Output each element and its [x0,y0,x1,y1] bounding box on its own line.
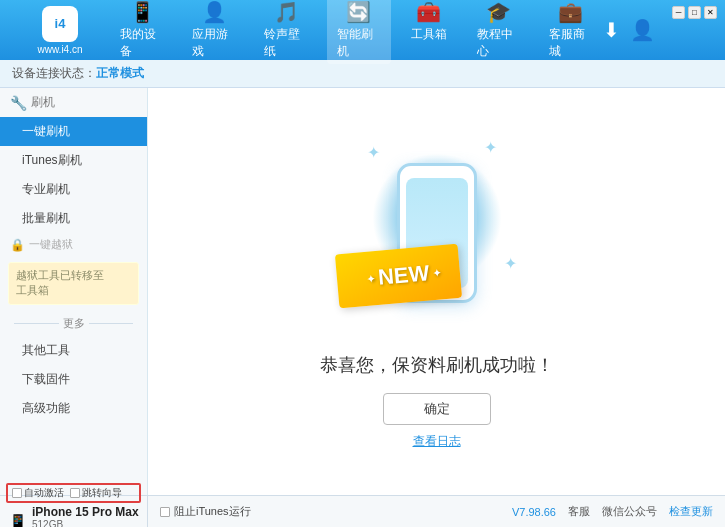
wechat-link[interactable]: 微信公众号 [602,504,657,519]
bottom-right: 阻止iTunes运行 V7.98.66 客服 微信公众号 检查更新 [148,504,725,519]
nav-my-device-label: 我的设备 [120,26,164,60]
pro-flash-label: 专业刷机 [22,182,70,196]
logo-url: www.i4.cn [37,44,82,55]
device-name: iPhone 15 Pro Max [32,505,139,519]
customer-service-link[interactable]: 客服 [568,504,590,519]
nav-service-label: 客服商城 [549,26,593,60]
sidebar-item-other-tools[interactable]: 其他工具 [0,336,147,365]
apps-icon: 👤 [202,0,227,24]
nav-smart-flash[interactable]: 🔄 智能刷机 [327,0,391,64]
nav-ringtones-label: 铃声壁纸 [264,26,308,60]
guide-label: 跳转向导 [82,486,122,500]
main-content: ✦ ✦ ✦ ✦ NEW ✦ 恭喜您，保资料刷机成功啦！ 确定 查看日志 [148,88,725,495]
itunes-checkbox-area[interactable]: 阻止iTunes运行 [160,504,251,519]
one-key-flash-label: 一键刷机 [22,124,70,138]
itunes-checkbox-label: 阻止iTunes运行 [174,504,251,519]
confirm-button[interactable]: 确定 [383,393,491,425]
sidebar-item-batch-flash[interactable]: 批量刷机 [0,204,147,233]
lock-icon: 🔒 [10,238,25,252]
sidebar-item-download-firmware[interactable]: 下载固件 [0,365,147,394]
sparkle-right: ✦ [431,267,440,279]
sidebar-disabled-jailbreak: 🔒 一键越狱 [0,233,147,256]
nav-ringtones[interactable]: 🎵 铃声壁纸 [254,0,318,64]
sidebar-divider: 更多 [0,311,147,336]
more-label: 更多 [63,316,85,331]
tutorial-icon: 🎓 [486,0,511,24]
device-capacity: 512GB [32,519,139,528]
new-ribbon: ✦ NEW ✦ [334,244,462,309]
nav-tutorial-label: 教程中心 [477,26,521,60]
header: i4 www.i4.cn 📱 我的设备 👤 应用游戏 🎵 铃声壁纸 🔄 智能刷机… [0,0,725,60]
service-icon: 💼 [558,0,583,24]
logo: i4 www.i4.cn [10,6,110,55]
toolbox-icon: 🧰 [416,0,441,24]
user-icon[interactable]: 👤 [630,18,655,42]
new-badge: ✦ NEW ✦ [365,259,440,291]
minimize-btn[interactable]: ─ [672,6,685,19]
sub-header: 设备连接状态： 正常模式 [0,60,725,88]
flash-section-icon: 🔧 [10,95,27,111]
download-icon[interactable]: ⬇ [603,18,620,42]
version-number: V7.98.66 [512,506,556,518]
other-tools-label: 其他工具 [22,343,70,357]
device-details: iPhone 15 Pro Max 512GB iPhone [32,505,139,528]
ringtones-icon: 🎵 [274,0,299,24]
close-btn[interactable]: ✕ [704,6,717,19]
device-phone-icon: 📱 [8,513,28,527]
sparkle-right: ✦ [504,254,517,273]
success-message: 恭喜您，保资料刷机成功啦！ [320,353,554,377]
sidebar: 🔧 刷机 一键刷机 iTunes刷机 专业刷机 批量刷机 🔒 一键越狱 越狱工具… [0,88,148,495]
success-text-content: 恭喜您，保资料刷机成功啦！ [320,355,554,375]
device-info: 📱 iPhone 15 Pro Max 512GB iPhone [6,505,141,528]
nav-service[interactable]: 💼 客服商城 [539,0,603,64]
device-options: 自动激活 跳转向导 [6,483,141,503]
smart-flash-icon: 🔄 [346,0,371,24]
view-log-link[interactable]: 查看日志 [413,433,461,450]
nav-my-device[interactable]: 📱 我的设备 [110,0,174,64]
sparkle-top-left: ✦ [367,143,380,162]
auto-activate-label: 自动激活 [24,486,64,500]
sidebar-item-pro-flash[interactable]: 专业刷机 [0,175,147,204]
sparkle-left: ✦ [366,273,375,285]
notice-box: 越狱工具已转移至工具箱 [8,262,139,305]
flash-section-label: 刷机 [31,94,55,111]
auto-activate-checkbox[interactable] [12,488,22,498]
nav-toolbox-label: 工具箱 [411,26,447,43]
nav-smart-flash-label: 智能刷机 [337,26,381,60]
download-firmware-label: 下载固件 [22,372,70,386]
maximize-btn[interactable]: □ [688,6,701,19]
sidebar-item-one-key-flash[interactable]: 一键刷机 [0,117,147,146]
nav-apps-label: 应用游戏 [192,26,236,60]
sidebar-item-itunes-flash[interactable]: iTunes刷机 [0,146,147,175]
bottom-status-bar: V7.98.66 客服 微信公众号 检查更新 [512,504,713,519]
nav-tutorial[interactable]: 🎓 教程中心 [467,0,531,64]
guide-option[interactable]: 跳转向导 [70,486,122,500]
my-device-icon: 📱 [130,0,155,24]
nav-toolbox[interactable]: 🧰 工具箱 [399,0,459,64]
sidebar-item-advanced[interactable]: 高级功能 [0,394,147,423]
itunes-flash-label: iTunes刷机 [22,153,82,167]
batch-flash-label: 批量刷机 [22,211,70,225]
logo-icon: i4 [42,6,78,42]
advanced-label: 高级功能 [22,401,70,415]
itunes-checkbox[interactable] [160,507,170,517]
new-label: NEW [376,260,429,290]
sidebar-section-flash: 🔧 刷机 [0,88,147,117]
notice-text: 越狱工具已转移至工具箱 [16,269,104,296]
auto-activate-option[interactable]: 自动激活 [12,486,64,500]
bottom-bar: 自动激活 跳转向导 📱 iPhone 15 Pro Max 512GB iPho… [0,495,725,527]
sparkle-top-right: ✦ [484,138,497,157]
guide-checkbox[interactable] [70,488,80,498]
connection-mode: 正常模式 [96,65,144,82]
connection-label: 设备连接状态： [12,65,96,82]
check-update-link[interactable]: 检查更新 [669,504,713,519]
disabled-label: 一键越狱 [29,237,73,252]
nav-apps-games[interactable]: 👤 应用游戏 [182,0,246,64]
bottom-left: 自动激活 跳转向导 📱 iPhone 15 Pro Max 512GB iPho… [0,496,148,527]
top-nav: 📱 我的设备 👤 应用游戏 🎵 铃声壁纸 🔄 智能刷机 🧰 工具箱 🎓 教程中心… [110,0,603,64]
success-illustration: ✦ ✦ ✦ ✦ NEW ✦ [347,133,527,333]
